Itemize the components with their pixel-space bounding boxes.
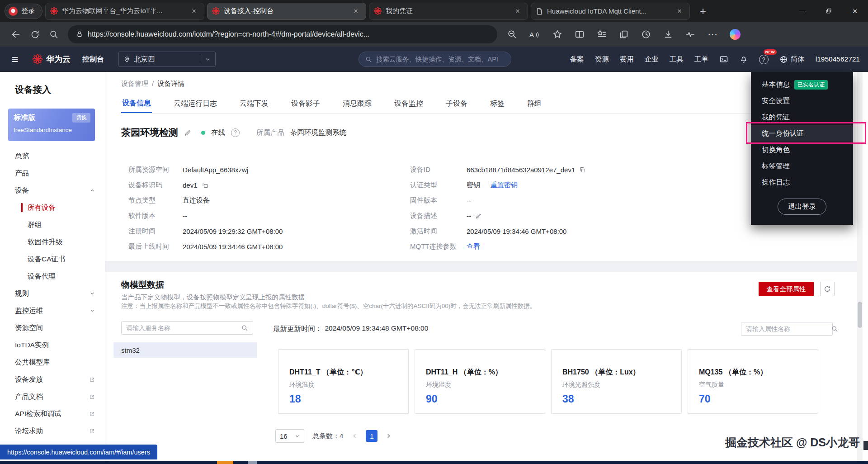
tab-close-icon[interactable]: × — [512, 6, 523, 17]
favorite-star-icon[interactable] — [552, 29, 562, 39]
sidebar-item-ca-certificates[interactable]: 设备CA证书 — [0, 251, 105, 268]
back-icon[interactable] — [6, 25, 25, 43]
hamburger-menu-icon[interactable]: ≡ — [8, 52, 22, 66]
copy-icon[interactable] — [579, 166, 586, 173]
edit-pencil-icon[interactable] — [475, 213, 482, 219]
menu-item-tag-management[interactable]: 标签管理 — [751, 158, 853, 174]
menu-item-security-settings[interactable]: 安全设置 — [751, 93, 853, 109]
settings-more-icon[interactable]: ⋯ — [708, 28, 717, 40]
console-search-box[interactable]: 搜索云服务、快捷操作、资源、文档、API — [359, 52, 511, 67]
minimize-button[interactable] — [789, 0, 816, 22]
nav-qiye[interactable]: 企业 — [645, 55, 659, 64]
restore-button[interactable] — [816, 0, 842, 22]
nav-gongdan[interactable]: 工单 — [694, 55, 708, 64]
address-bar[interactable]: https://console.huaweicloud.com/iotdm/?r… — [68, 25, 497, 43]
menu-item-operation-log[interactable]: 操作日志 — [751, 174, 853, 190]
next-page-icon[interactable] — [386, 433, 392, 439]
menu-item-basic-info[interactable]: 基本信息 已实名认证 — [751, 76, 853, 93]
logout-button[interactable]: 退出登录 — [778, 199, 826, 215]
sidebar-item-groups[interactable]: 群组 — [0, 216, 105, 233]
huawei-logo[interactable]: 华为云 — [33, 54, 71, 65]
sidebar-item-device-provisioning[interactable]: 设备发放 — [0, 371, 105, 388]
favorites-bar-icon[interactable] — [597, 29, 607, 39]
scrollbar-thumb[interactable] — [858, 302, 862, 328]
split-screen-icon[interactable] — [575, 29, 585, 39]
downloads-icon[interactable] — [663, 29, 673, 39]
view-mqtt-params-link[interactable]: 查看 — [467, 242, 480, 251]
help-icon[interactable]: ? — [231, 128, 240, 137]
browser-tab-3[interactable]: 我的凭证 × — [369, 3, 528, 20]
breadcrumb-parent[interactable]: 设备管理 — [121, 80, 148, 88]
nav-ziyuan[interactable]: 资源 — [595, 55, 609, 64]
browser-tab-2-active[interactable]: 设备接入-控制台 × — [207, 3, 366, 20]
browser-essentials-icon[interactable] — [685, 29, 695, 39]
notifications-bell-icon[interactable] — [739, 55, 748, 64]
edition-card[interactable]: 标准版 切换 freeStandardInstance — [8, 109, 95, 141]
product-name[interactable]: 茶园环境监测系统 — [290, 128, 346, 137]
nav-gongju[interactable]: 工具 — [670, 55, 684, 64]
sidebar-item-all-devices[interactable]: 所有设备 — [0, 199, 105, 216]
sidebar-item-resource-spaces[interactable]: 资源空间 — [0, 319, 105, 336]
menu-item-iam[interactable]: 统一身份认证 — [751, 125, 853, 142]
copy-icon[interactable] — [202, 182, 208, 189]
service-search-box[interactable] — [121, 321, 253, 335]
menu-item-switch-role[interactable]: 切换角色 — [751, 142, 853, 158]
sidebar-item-forum-help[interactable]: 论坛求助 — [0, 422, 105, 440]
tab-close-icon[interactable]: × — [350, 6, 361, 17]
service-search-input[interactable] — [126, 324, 238, 331]
tab-device-monitoring[interactable]: 设备监控 — [393, 95, 424, 113]
switch-edition-button[interactable]: 切换 — [72, 113, 90, 123]
url-text[interactable]: https://console.huaweicloud.com/iotdm/?r… — [88, 30, 369, 38]
edit-pencil-icon[interactable] — [184, 129, 192, 137]
region-selector[interactable]: 北京四 — [118, 52, 216, 67]
browser-tab-4[interactable]: Huaweicloud IoTDA Mqtt Client... × — [531, 3, 690, 20]
tab-groups[interactable]: 群组 — [526, 95, 542, 113]
view-all-properties-button[interactable]: 查看全部属性 — [759, 282, 814, 296]
sidebar-item-device-proxy[interactable]: 设备代理 — [0, 268, 105, 285]
property-search-input[interactable] — [746, 325, 828, 332]
page-scrollbar[interactable] — [857, 72, 863, 461]
refresh-properties-button[interactable] — [820, 282, 835, 296]
tab-cloud-delivery[interactable]: 云端下发 — [239, 95, 269, 113]
page-size-select[interactable]: 16 — [275, 429, 304, 443]
tab-child-devices[interactable]: 子设备 — [445, 95, 468, 113]
console-nav-label[interactable]: 控制台 — [82, 55, 104, 64]
cli-terminal-icon[interactable] — [719, 55, 728, 64]
copilot-icon[interactable] — [730, 29, 741, 40]
reset-secret-link[interactable]: 重置密钥 — [491, 181, 518, 189]
tab-device-shadow[interactable]: 设备影子 — [290, 95, 321, 113]
prev-page-icon[interactable] — [351, 433, 358, 439]
new-tab-button[interactable]: + — [695, 4, 711, 19]
search-icon[interactable] — [241, 325, 248, 331]
close-window-button[interactable]: × — [842, 0, 868, 22]
tab-cloud-run-logs[interactable]: 云端运行日志 — [173, 95, 218, 113]
page-number-active[interactable]: 1 — [366, 430, 377, 442]
service-list-item-stm32[interactable]: stm32 — [113, 342, 257, 358]
browser-tab-1[interactable]: 华为云物联网平台_华为云IoT平... × — [45, 3, 204, 20]
sidebar-item-product-docs[interactable]: 产品文档 — [0, 388, 105, 405]
account-id[interactable]: l19504562721 — [816, 55, 860, 63]
sidebar-item-devices[interactable]: 设备 — [0, 182, 105, 199]
nav-feiyong[interactable]: 费用 — [620, 55, 634, 64]
search-icon[interactable] — [831, 326, 838, 332]
search-icon[interactable] — [44, 25, 63, 43]
menu-item-my-credentials[interactable]: 我的凭证 — [751, 109, 853, 125]
language-switcher[interactable]: 简体 — [779, 55, 805, 64]
help-icon[interactable]: ? NEW — [759, 55, 769, 64]
refresh-icon[interactable] — [25, 25, 44, 43]
sidebar-item-rules[interactable]: 规则 — [0, 285, 105, 302]
sidebar-item-iotda-instances[interactable]: IoTDA实例 — [0, 336, 105, 354]
collections-icon[interactable] — [619, 29, 629, 39]
tab-close-icon[interactable]: × — [189, 6, 199, 17]
zoom-out-icon[interactable] — [507, 29, 517, 39]
sidebar-item-overview[interactable]: 总览 — [0, 147, 105, 165]
sidebar-item-public-models[interactable]: 公共模型库 — [0, 354, 105, 371]
tab-tags[interactable]: 标签 — [489, 95, 505, 113]
tab-device-info[interactable]: 设备信息 — [121, 95, 152, 113]
read-aloud-icon[interactable]: A — [529, 31, 540, 38]
property-search-box[interactable] — [741, 322, 833, 336]
browser-profile-chip[interactable]: 登录 — [5, 4, 42, 19]
history-icon[interactable] — [641, 29, 651, 39]
nav-beian[interactable]: 备案 — [570, 55, 584, 64]
sidebar-item-api-explorer[interactable]: API检索和调试 — [0, 405, 105, 422]
